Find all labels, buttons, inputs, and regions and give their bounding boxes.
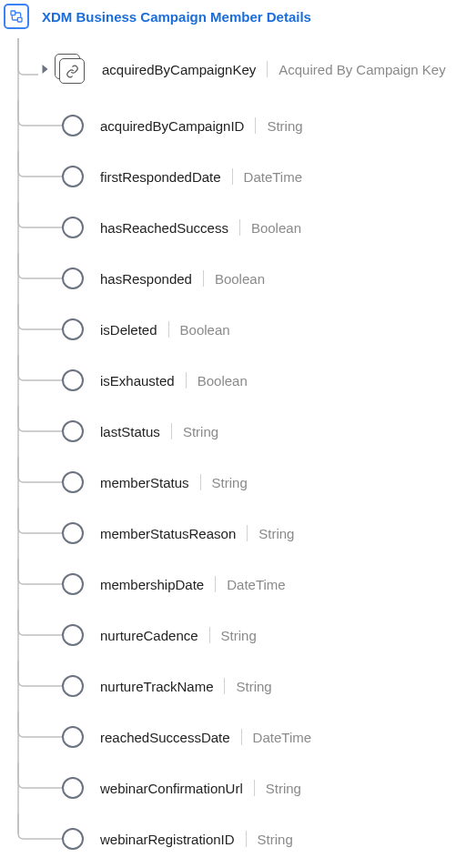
field-circle-icon — [62, 318, 84, 340]
field-circle-icon — [62, 166, 84, 187]
tree-connector — [16, 762, 62, 813]
field-name: nurtureCadence — [100, 628, 198, 643]
chevron-right-icon[interactable] — [38, 65, 51, 74]
divider — [215, 576, 216, 592]
tree-connector — [16, 559, 62, 610]
divider — [171, 423, 172, 439]
divider — [246, 831, 247, 847]
field-type: DateTime — [244, 169, 302, 185]
tree-row[interactable]: memberStatusReason String — [16, 508, 452, 559]
field-circle-icon — [62, 369, 84, 391]
tree-connector — [16, 202, 62, 253]
field-name: nurtureTrackName — [100, 679, 213, 694]
svg-rect-1 — [17, 17, 22, 22]
field-circle-icon — [62, 522, 84, 544]
field-type: String — [258, 832, 293, 847]
field-name: webinarRegistrationID — [100, 832, 235, 847]
field-name: isDeleted — [100, 322, 157, 338]
field-type: Boolean — [251, 220, 301, 236]
field-circle-icon — [62, 267, 84, 289]
divider — [186, 372, 187, 389]
field-name: hasResponded — [100, 271, 192, 287]
tree-row[interactable]: reachedSuccessDate DateTime — [16, 712, 452, 762]
field-type: DateTime — [253, 730, 311, 745]
tree-row[interactable]: lastStatus String — [16, 406, 452, 457]
divider — [254, 780, 255, 796]
divider — [239, 219, 240, 236]
tree-connector — [16, 406, 62, 457]
divider — [168, 321, 169, 338]
divider — [247, 525, 248, 541]
field-circle-icon — [62, 573, 84, 595]
field-type: Boolean — [215, 271, 265, 287]
field-name: acquiredByCampaignKey — [102, 62, 256, 77]
divider — [203, 270, 204, 287]
tree-row[interactable]: acquiredByCampaignID String — [16, 100, 452, 151]
tree-connector — [16, 508, 62, 559]
field-type: String — [266, 781, 301, 796]
svg-rect-0 — [11, 11, 15, 15]
field-type: String — [183, 424, 218, 439]
field-name: lastStatus — [100, 424, 160, 439]
schema-icon — [4, 4, 29, 29]
field-circle-icon — [62, 726, 84, 748]
divider — [209, 627, 210, 643]
field-name: webinarConfirmationUrl — [100, 781, 243, 796]
tree-row[interactable]: nurtureCadence String — [16, 610, 452, 661]
field-name: firstRespondedDate — [100, 169, 221, 185]
divider — [241, 729, 242, 745]
tree-connector — [16, 151, 62, 202]
tree-connector — [16, 712, 62, 762]
tree-row[interactable]: acquiredByCampaignKey Acquired By Campai… — [16, 38, 452, 100]
divider — [267, 61, 268, 77]
field-circle-icon — [62, 471, 84, 493]
tree-row[interactable]: memberStatus String — [16, 457, 452, 508]
field-type: Boolean — [198, 373, 248, 389]
tree-connector — [16, 253, 62, 304]
tree-connector — [16, 813, 62, 864]
field-type: String — [221, 628, 257, 643]
divider — [224, 678, 225, 694]
tree-row[interactable]: hasReachedSuccess Boolean — [16, 202, 452, 253]
field-circle-icon — [62, 420, 84, 442]
field-circle-icon — [62, 777, 84, 799]
tree-connector — [16, 610, 62, 661]
tree-row[interactable]: webinarConfirmationUrl String — [16, 762, 452, 813]
tree-connector — [16, 661, 62, 712]
tree-row[interactable]: webinarRegistrationID String — [16, 813, 452, 864]
field-circle-icon — [62, 675, 84, 697]
tree-connector — [16, 457, 62, 508]
field-circle-icon — [62, 624, 84, 646]
field-type: String — [258, 526, 294, 541]
tree-row[interactable]: firstRespondedDate DateTime — [16, 151, 452, 202]
field-type: String — [212, 475, 248, 490]
divider — [255, 117, 256, 134]
field-name: reachedSuccessDate — [100, 730, 230, 745]
field-name: memberStatusReason — [100, 526, 236, 541]
tree-row[interactable]: hasResponded Boolean — [16, 253, 452, 304]
field-circle-icon — [62, 217, 84, 238]
field-name: membershipDate — [100, 577, 204, 592]
tree-row[interactable]: isDeleted Boolean — [16, 304, 452, 355]
field-type: Boolean — [180, 322, 230, 338]
divider — [200, 474, 201, 490]
object-group-icon — [55, 54, 86, 85]
field-type: Acquired By Campaign Key — [279, 62, 445, 77]
schema-title: XDM Business Campaign Member Details — [42, 9, 311, 25]
field-name: memberStatus — [100, 475, 189, 490]
field-name: isExhausted — [100, 373, 175, 389]
field-type: String — [267, 118, 302, 134]
schema-root-row[interactable]: XDM Business Campaign Member Details — [4, 4, 452, 29]
tree-connector — [16, 355, 62, 406]
field-type: DateTime — [227, 577, 285, 592]
tree-connector — [16, 100, 62, 151]
tree-row[interactable]: nurtureTrackName String — [16, 661, 452, 712]
divider — [232, 168, 233, 185]
tree-row[interactable]: membershipDate DateTime — [16, 559, 452, 610]
tree-connector — [16, 304, 62, 355]
field-circle-icon — [62, 828, 84, 850]
tree-connector — [16, 38, 38, 100]
tree-row[interactable]: isExhausted Boolean — [16, 355, 452, 406]
field-type: String — [236, 679, 271, 694]
field-circle-icon — [62, 115, 84, 136]
